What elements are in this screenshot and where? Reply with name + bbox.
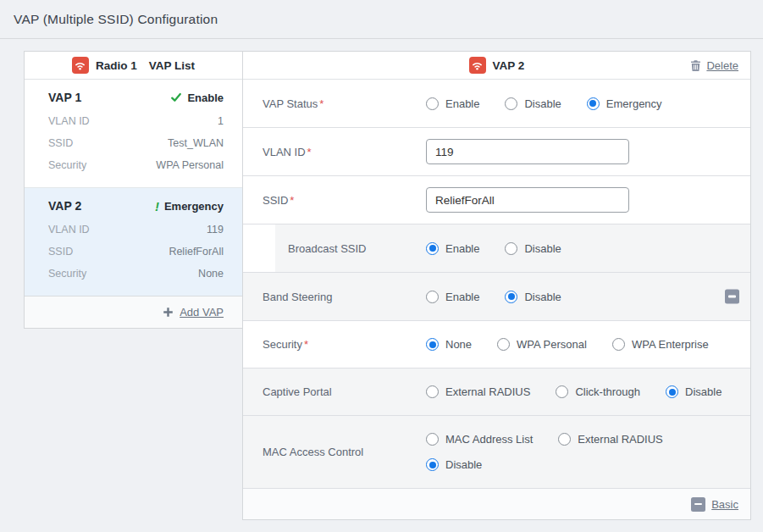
band-steering-label: Band Steering [243,291,426,303]
add-vap-row: Add VAP [25,296,242,328]
vlan-id-label: VLAN ID [243,146,426,158]
collapse-band-steering-button[interactable] [725,290,739,304]
radio-checked-icon [666,385,678,398]
radio-checked-icon [426,458,439,471]
vap-list-item-vap1[interactable]: VAP 1 Enable VLAN ID 1 SSID Test_WLAN Se… [25,80,242,187]
broadcast-ssid-row: Broadcast SSID Enable Disable [243,224,750,273]
ssid-input[interactable] [426,187,629,213]
broadcast-ssid-label: Broadcast SSID [275,242,426,255]
radio-label: Radio 1 [96,59,137,72]
security-label: Security [243,338,426,351]
mac-access-control-row: MAC Access Control MAC Address List Exte… [243,416,750,489]
plus-icon [163,307,174,318]
broadcast-ssid-option-disable[interactable]: Disable [505,242,561,255]
delete-vap-button[interactable]: Delete [689,52,738,79]
captive-portal-option-disable[interactable]: Disable [666,385,722,398]
vap1-security-row: Security WPA Personal [48,154,224,176]
vap1-name: VAP 1 [48,91,81,104]
captive-portal-option-click-through[interactable]: Click-through [556,385,640,398]
radio-icon [426,291,439,303]
vap-list-title: VAP List [149,59,195,72]
security-option-wpa-personal[interactable]: WPA Personal [497,338,587,351]
radio-icon [556,385,568,398]
page-header: VAP (Multiple SSID) Configuration [0,0,763,39]
band-steering-option-disable[interactable]: Disable [505,291,561,303]
ssid-label: SSID [243,194,426,207]
basic-toggle-link[interactable]: Basic [711,498,738,511]
radio-icon [426,385,439,398]
trash-icon [689,59,702,72]
vap-editor-header: VAP 2 Delete [243,52,750,80]
vap-status-row: VAP Status Enable Disable Emergency [243,80,750,128]
vap1-status-badge: Enable [170,91,224,104]
vap-list-item-vap2[interactable]: VAP 2 ! Emergency VLAN ID 119 SSID Relie… [25,187,242,296]
vap2-vlan-row: VLAN ID 119 [48,219,224,241]
vap2-ssid-row: SSID ReliefForAll [48,241,224,263]
radio-checked-icon [426,338,439,351]
vap-list-header: Radio 1 VAP List [25,52,242,80]
editor-title: VAP 2 [493,59,525,72]
radio-icon [426,97,439,110]
captive-portal-label: Captive Portal [243,385,426,398]
page-title: VAP (Multiple SSID) Configuration [14,12,749,27]
radio-icon [426,433,439,446]
collapse-basic-button[interactable] [691,497,705,512]
vap-status-option-emergency[interactable]: Emergency [587,97,662,110]
add-vap-button[interactable]: Add VAP [180,306,224,319]
broadcast-ssid-option-enable[interactable]: Enable [426,242,479,255]
vap2-security-row: Security None [48,263,224,285]
vlan-id-input[interactable] [426,139,629,164]
ssid-row: SSID [243,176,750,224]
check-icon [170,91,182,103]
security-row: Security None WPA Personal WPA Enterpris… [243,321,750,369]
vap1-vlan-row: VLAN ID 1 [48,110,224,132]
band-steering-option-enable[interactable]: Enable [426,291,479,303]
emergency-exclamation-icon: ! [155,200,159,213]
radio-icon [558,433,571,446]
vap-list-panel: Radio 1 VAP List VAP 1 Enable VLAN ID 1 … [24,51,243,329]
vap1-ssid-row: SSID Test_WLAN [48,132,224,154]
mac-option-address-list[interactable]: MAC Address List [426,433,533,446]
security-option-none[interactable]: None [426,338,472,351]
vap2-status-badge: ! Emergency [155,200,224,213]
radio-checked-icon [505,291,517,303]
radio-icon [505,97,517,110]
radio-icon [612,338,625,351]
radio-checked-icon [426,242,439,255]
radio-icon [497,338,510,351]
vap-status-label: VAP Status [243,97,426,110]
vlan-id-row: VLAN ID [243,128,750,176]
mac-option-external-radius[interactable]: External RADIUS [558,433,662,446]
vap-editor-panel: VAP 2 Delete VAP Status Enable Disable [242,51,751,520]
radio-icon [505,242,517,255]
captive-portal-option-external-radius[interactable]: External RADIUS [426,385,530,398]
security-option-wpa-enterprise[interactable]: WPA Enterprise [612,338,709,351]
radio-checked-icon [587,97,600,110]
vap-status-option-disable[interactable]: Disable [505,97,561,110]
mac-access-control-label: MAC Access Control [243,446,426,458]
wifi-icon [72,57,89,74]
wifi-icon [469,57,486,74]
editor-footer: Basic [243,489,750,519]
captive-portal-row: Captive Portal External RADIUS Click-thr… [243,369,750,416]
vap-status-option-enable[interactable]: Enable [426,97,479,110]
band-steering-row: Band Steering Enable Disable [243,273,750,321]
vap-configuration-main: Radio 1 VAP List VAP 1 Enable VLAN ID 1 … [24,51,752,520]
mac-option-disable[interactable]: Disable [426,458,482,471]
vap2-name: VAP 2 [48,199,81,213]
